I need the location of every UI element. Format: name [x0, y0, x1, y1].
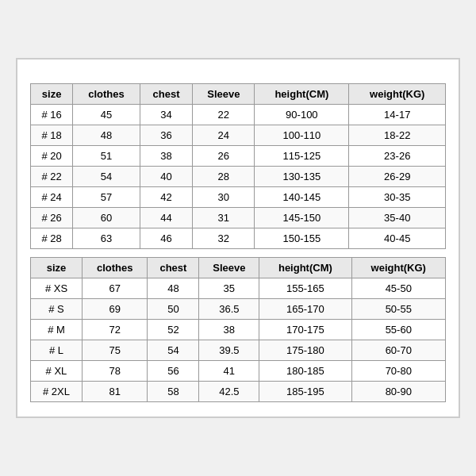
table-cell: 30: [193, 187, 255, 208]
table-cell: # 20: [31, 146, 73, 167]
table-cell: 57: [73, 187, 140, 208]
table-cell: # 28: [31, 228, 73, 249]
table-cell: 38: [199, 320, 259, 340]
table-cell: 140-145: [255, 187, 349, 208]
table-cell: 18-22: [349, 125, 446, 146]
table-cell: 46: [140, 228, 193, 249]
table-row: # 26604431145-15035-40: [31, 208, 446, 228]
table-cell: 165-170: [259, 299, 351, 320]
table2-col-header: chest: [148, 258, 199, 278]
table-cell: 58: [148, 382, 199, 402]
table-cell: # XL: [31, 361, 83, 382]
size-table-2: sizeclotheschestSleeveheight(CM)weight(K…: [30, 257, 446, 402]
table-cell: 69: [82, 299, 147, 320]
table2-col-header: Sleeve: [199, 258, 259, 278]
table-cell: 170-175: [259, 320, 351, 340]
table2-col-header: weight(KG): [351, 258, 445, 278]
table-cell: 36.5: [199, 299, 259, 320]
table-cell: 30-35: [349, 187, 446, 208]
table-row: # 28634632150-15540-45: [31, 228, 446, 249]
table-row: # XS674835155-16545-50: [31, 278, 446, 299]
table-cell: 50-55: [351, 299, 445, 320]
table-cell: 145-150: [255, 208, 349, 228]
table-cell: 22: [193, 105, 255, 125]
table-row: # 22544028130-13526-29: [31, 167, 446, 187]
table2-body: # XS674835155-16545-50# S695036.5165-170…: [31, 278, 446, 402]
table-cell: 63: [73, 228, 140, 249]
table1-col-header: chest: [140, 84, 193, 105]
table-cell: 90-100: [255, 105, 349, 125]
table-cell: 50: [148, 299, 199, 320]
table-row: # XL785641180-18570-80: [31, 361, 446, 382]
table-cell: 28: [193, 167, 255, 187]
table-cell: 26: [193, 146, 255, 167]
table-cell: 34: [140, 105, 193, 125]
table-cell: 48: [73, 125, 140, 146]
table2-col-header: size: [31, 258, 83, 278]
table-cell: 40-45: [349, 228, 446, 249]
table-cell: # 24: [31, 187, 73, 208]
table-cell: 72: [82, 320, 147, 340]
table-cell: # L: [31, 340, 83, 361]
table-cell: 81: [82, 382, 147, 402]
table-cell: 40: [140, 167, 193, 187]
table1-body: # 1645342290-10014-17# 18483624100-11018…: [31, 105, 446, 249]
table-cell: # 22: [31, 167, 73, 187]
table-cell: # 2XL: [31, 382, 83, 402]
table-row: # 1645342290-10014-17: [31, 105, 446, 125]
table-row: # 20513826115-12523-26: [31, 146, 446, 167]
table-cell: 175-180: [259, 340, 351, 361]
table-cell: 115-125: [255, 146, 349, 167]
table1-col-header: size: [31, 84, 73, 105]
table-row: # 18483624100-11018-22: [31, 125, 446, 146]
table-cell: 70-80: [351, 361, 445, 382]
table2-header: sizeclotheschestSleeveheight(CM)weight(K…: [31, 258, 446, 278]
table-cell: 36: [140, 125, 193, 146]
size-chart-card: sizeclotheschestSleeveheight(CM)weight(K…: [16, 58, 460, 418]
table2-col-header: height(CM): [259, 258, 351, 278]
table-row: # L755439.5175-18060-70: [31, 340, 446, 361]
table-cell: # 16: [31, 105, 73, 125]
table2-col-header: clothes: [82, 258, 147, 278]
table-cell: 54: [148, 340, 199, 361]
table-cell: # 18: [31, 125, 73, 146]
section-gap: [30, 249, 446, 257]
table-cell: 130-135: [255, 167, 349, 187]
table-cell: 32: [193, 228, 255, 249]
table-cell: # S: [31, 299, 83, 320]
table-row: # 2XL815842.5185-19580-90: [31, 382, 446, 402]
table-row: # M725238170-17555-60: [31, 320, 446, 340]
table-cell: 180-185: [259, 361, 351, 382]
table-cell: 41: [199, 361, 259, 382]
table-cell: 45: [73, 105, 140, 125]
table-cell: 23-26: [349, 146, 446, 167]
table1-header: sizeclotheschestSleeveheight(CM)weight(K…: [31, 84, 446, 105]
size-table-1: sizeclotheschestSleeveheight(CM)weight(K…: [30, 83, 446, 249]
table-cell: 55-60: [351, 320, 445, 340]
table-cell: 48: [148, 278, 199, 299]
table-cell: 45-50: [351, 278, 445, 299]
table-cell: 51: [73, 146, 140, 167]
table-cell: 35-40: [349, 208, 446, 228]
table-cell: 42.5: [199, 382, 259, 402]
table-cell: 26-29: [349, 167, 446, 187]
table-cell: 14-17: [349, 105, 446, 125]
table-cell: 38: [140, 146, 193, 167]
table-cell: 54: [73, 167, 140, 187]
table-cell: 56: [148, 361, 199, 382]
table-cell: 24: [193, 125, 255, 146]
table-cell: 75: [82, 340, 147, 361]
table-cell: 39.5: [199, 340, 259, 361]
table-cell: 60-70: [351, 340, 445, 361]
table-cell: 78: [82, 361, 147, 382]
table-cell: 155-165: [259, 278, 351, 299]
table-row: # S695036.5165-17050-55: [31, 299, 446, 320]
table1-col-header: height(CM): [255, 84, 349, 105]
table-cell: # M: [31, 320, 83, 340]
table1-col-header: weight(KG): [349, 84, 446, 105]
table-cell: 150-155: [255, 228, 349, 249]
table-cell: 100-110: [255, 125, 349, 146]
table-cell: 44: [140, 208, 193, 228]
table-cell: 42: [140, 187, 193, 208]
table-cell: # XS: [31, 278, 83, 299]
